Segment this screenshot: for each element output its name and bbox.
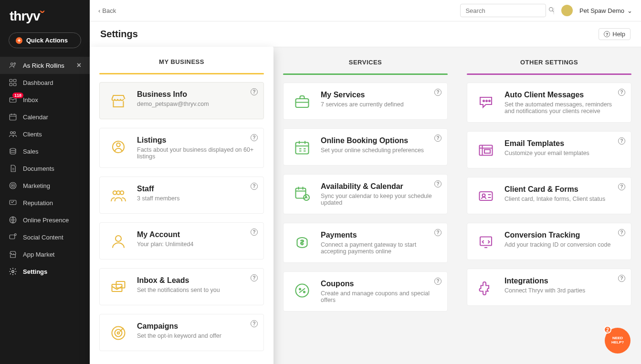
nav-settings[interactable]: Settings [0, 263, 90, 280]
card-auto-client-messages[interactable]: Auto Client MessagesSet the automated me… [467, 83, 631, 123]
as-user-row[interactable]: As Rick Rollins × [0, 57, 90, 74]
help-icon[interactable]: ? [618, 229, 625, 236]
avatar [561, 5, 573, 16]
card-email-templates[interactable]: Email TemplatesCustomize your email temp… [467, 131, 631, 168]
nav-label: Dashboard [23, 79, 53, 86]
card-desc: Facts about your business displayed on 6… [137, 146, 255, 160]
card-title: Campaigns [137, 322, 221, 331]
card-title: My Services [321, 91, 404, 99]
card-title: Staff [137, 185, 179, 193]
help-icon[interactable]: ? [251, 134, 258, 141]
help-icon[interactable]: ? [618, 183, 625, 190]
help-icon[interactable]: ? [251, 320, 258, 327]
card-title: Client Card & Forms [504, 185, 605, 194]
svg-point-22 [113, 191, 117, 195]
card-title: Integrations [504, 277, 585, 285]
help-icon[interactable]: ? [434, 229, 441, 236]
nav-label: Clients [23, 131, 42, 138]
settings-columns: MY BUSINESS Business Infodemo_petspaw@th… [90, 47, 641, 364]
card-online-booking[interactable]: Online Booking OptionsSet your online sc… [283, 128, 448, 166]
card-client-card-forms[interactable]: Client Card & FormsClient card, Intake f… [467, 177, 631, 214]
nav-social-content[interactable]: Social Content [0, 229, 90, 246]
card-desc: Connect Thryv with 3rd parties [504, 287, 585, 294]
column-accent-bar [283, 73, 448, 75]
account-switcher[interactable]: Pet Spaw Demo ⌄ [579, 7, 632, 14]
column-accent-bar [467, 73, 631, 75]
search-input[interactable] [460, 4, 546, 17]
column-other-settings: OTHER SETTINGS Auto Client MessagesSet t… [457, 47, 641, 324]
listings-icon [108, 137, 128, 157]
nav-clients[interactable]: Clients [0, 125, 90, 143]
help-icon[interactable]: ? [434, 89, 441, 96]
help-fab[interactable]: 2 NEED HELP? [605, 328, 630, 354]
nav-online-presence[interactable]: Online Presence [0, 211, 90, 229]
card-desc: Set the automated messages, reminders an… [504, 101, 622, 114]
help-icon[interactable]: ? [618, 89, 625, 96]
reputation-icon [9, 198, 17, 207]
card-desc: Add your tracking ID or conversion code [504, 241, 610, 248]
nav-dashboard[interactable]: Dashboard [0, 74, 90, 91]
help-icon[interactable]: ? [618, 275, 625, 282]
card-desc: Set the notifications sent to you [137, 287, 220, 293]
card-integrations[interactable]: IntegrationsConnect Thryv with 3rd parti… [467, 269, 631, 306]
column-header: MY BUSINESS [99, 47, 264, 73]
nav-app-market[interactable]: App Market [0, 246, 90, 263]
search-field[interactable] [465, 7, 546, 14]
card-staff[interactable]: Staff3 staff members ? [99, 177, 264, 214]
back-button[interactable]: ‹Back [98, 7, 116, 14]
nav-label: App Market [23, 251, 54, 258]
svg-point-39 [486, 100, 487, 102]
nav-label: Documents [23, 165, 54, 172]
nav-sales[interactable]: Sales [0, 143, 90, 160]
svg-rect-45 [480, 237, 492, 246]
help-icon: ? [604, 31, 610, 37]
nav-label: Reputation [23, 199, 53, 207]
nav-calendar[interactable]: Calendar [0, 108, 90, 125]
nav-label: Inbox [23, 96, 38, 104]
card-payments[interactable]: PaymentsConnect a payment gateway to sta… [283, 223, 448, 263]
as-user-label: As Rick Rollins [23, 62, 64, 69]
svg-rect-42 [484, 150, 490, 154]
card-my-services[interactable]: My Services7 services are currently defi… [283, 83, 448, 120]
nav-documents[interactable]: Documents [0, 160, 90, 177]
brand-logo: thryvˇ [0, 6, 90, 32]
card-campaigns[interactable]: CampaignsSet the opt-in keyword and offe… [99, 314, 264, 351]
close-icon[interactable]: × [77, 61, 81, 70]
globe-icon [9, 216, 17, 224]
sidebar: thryvˇ + Quick Actions As Rick Rollins ×… [0, 0, 90, 364]
card-title: Business Info [137, 90, 209, 99]
card-title: Payments [321, 231, 439, 239]
titlebar: Settings ? Help [90, 21, 641, 47]
help-icon[interactable]: ? [434, 278, 441, 285]
svg-point-12 [11, 184, 15, 187]
help-icon[interactable]: ? [251, 88, 258, 95]
card-conversion-tracking[interactable]: Conversion TrackingAdd your tracking ID … [467, 223, 631, 260]
nav-label: Calendar [23, 114, 48, 121]
column-accent-bar [99, 73, 264, 74]
quick-actions-label: Quick Actions [26, 37, 68, 44]
help-icon[interactable]: ? [251, 274, 258, 281]
card-inbox-leads[interactable]: Inbox & LeadsSet the notifications sent … [99, 268, 264, 305]
help-button[interactable]: ? Help [599, 28, 630, 40]
card-business-info[interactable]: Business Infodemo_petspaw@thryv.com ? [99, 82, 264, 119]
help-icon[interactable]: ? [251, 229, 258, 236]
page-title: Settings [100, 29, 138, 40]
help-icon[interactable]: ? [434, 180, 441, 187]
help-icon[interactable]: ? [251, 183, 258, 190]
help-icon[interactable]: ? [434, 135, 441, 142]
card-availability[interactable]: Availability & CalendarSync your calenda… [283, 174, 448, 214]
card-desc: 7 services are currently defined [321, 101, 404, 108]
help-icon[interactable]: ? [618, 137, 625, 145]
card-coupons[interactable]: CouponsCreate and manage coupons and spe… [283, 271, 448, 312]
campaigns-icon [108, 323, 128, 343]
staff-icon [108, 186, 128, 206]
nav-inbox[interactable]: 118Inbox [0, 91, 90, 108]
svg-point-8 [11, 132, 13, 134]
nav-reputation[interactable]: Reputation [0, 194, 90, 211]
nav-marketing[interactable]: Marketing [0, 177, 90, 194]
quick-actions-button[interactable]: + Quick Actions [9, 32, 81, 48]
card-listings[interactable]: ListingsFacts about your business displa… [99, 128, 264, 168]
card-my-account[interactable]: My AccountYour plan: Unlimited4 ? [99, 222, 264, 260]
svg-point-30 [117, 332, 120, 334]
svg-rect-43 [480, 192, 493, 200]
